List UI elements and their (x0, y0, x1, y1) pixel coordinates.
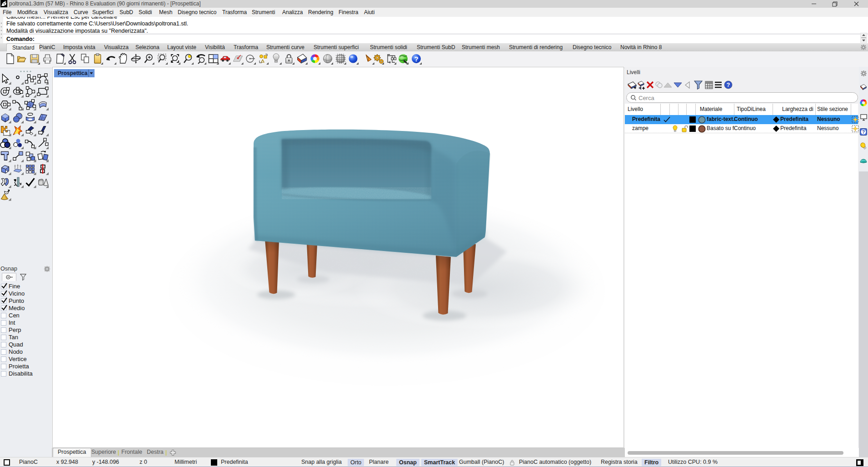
svg-text:?: ? (414, 55, 418, 63)
svg-text:?: ? (727, 81, 730, 88)
svg-text:?: ? (862, 130, 865, 135)
